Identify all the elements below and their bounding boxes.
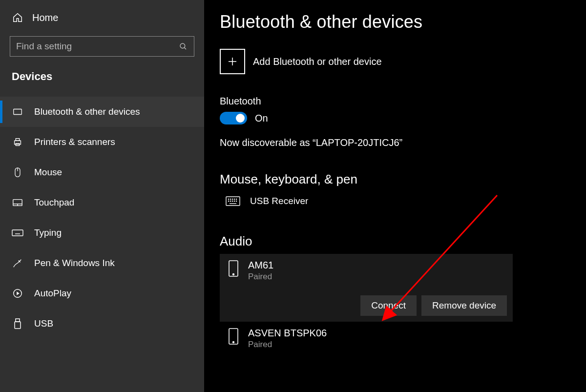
sidebar-section-title: Devices xyxy=(0,57,204,88)
svg-rect-24 xyxy=(15,322,21,329)
svg-point-34 xyxy=(230,201,230,201)
phone-device-icon xyxy=(228,328,239,345)
discoverable-text: Now discoverable as “LAPTOP-20JTICJ6” xyxy=(220,137,586,148)
svg-point-36 xyxy=(234,201,234,201)
sidebar-item-touchpad[interactable]: Touchpad xyxy=(0,187,204,218)
svg-rect-23 xyxy=(16,319,20,322)
add-device-button[interactable]: Add Bluetooth or other device xyxy=(220,49,586,74)
page-title: Bluetooth & other devices xyxy=(220,12,586,32)
svg-point-40 xyxy=(233,274,234,275)
keyboard-device-icon xyxy=(225,196,241,206)
svg-point-30 xyxy=(232,199,232,199)
sidebar-item-mouse[interactable]: Mouse xyxy=(0,157,204,187)
svg-rect-15 xyxy=(12,230,23,236)
svg-point-32 xyxy=(236,199,236,199)
audio-device-asven[interactable]: ASVEN BTSPK06 Paired xyxy=(220,322,513,355)
sidebar-item-label: AutoPlay xyxy=(34,288,71,299)
svg-point-29 xyxy=(230,199,230,199)
svg-point-33 xyxy=(228,201,229,201)
category-mouse-heading: Mouse, keyboard, & pen xyxy=(220,172,586,187)
nav-home-label: Home xyxy=(32,12,58,23)
sidebar-item-label: Mouse xyxy=(34,167,62,178)
nav-home[interactable]: Home xyxy=(0,6,204,29)
audio-device-status: Paired xyxy=(248,272,273,282)
sidebar-item-label: Bluetooth & other devices xyxy=(34,106,140,117)
sidebar-item-label: Typing xyxy=(34,227,62,238)
bluetooth-toggle-state: On xyxy=(255,113,268,124)
autoplay-icon xyxy=(12,288,23,299)
printer-icon xyxy=(12,137,23,147)
svg-point-35 xyxy=(232,201,232,201)
sidebar-item-bluetooth[interactable]: Bluetooth & other devices xyxy=(0,97,204,127)
sidebar-item-typing[interactable]: Typing xyxy=(0,218,204,248)
toggle-knob xyxy=(236,114,245,123)
device-usb-receiver[interactable]: USB Receiver xyxy=(220,192,586,210)
sidebar-item-printers[interactable]: Printers & scanners xyxy=(0,127,204,157)
search-input[interactable] xyxy=(10,36,194,57)
home-icon xyxy=(12,12,23,23)
bluetooth-toggle[interactable] xyxy=(220,112,247,124)
svg-marker-22 xyxy=(17,291,20,295)
audio-device-status: Paired xyxy=(248,340,327,350)
sidebar-item-usb[interactable]: USB xyxy=(0,309,204,339)
device-label: USB Receiver xyxy=(250,196,308,206)
sidebar-item-autoplay[interactable]: AutoPlay xyxy=(0,278,204,309)
phone-device-icon xyxy=(228,260,239,277)
remove-device-button[interactable]: Remove device xyxy=(421,295,507,316)
svg-point-31 xyxy=(234,199,234,199)
svg-point-28 xyxy=(228,199,229,199)
search-container xyxy=(10,36,194,57)
sidebar-item-label: USB xyxy=(34,318,53,329)
connect-button[interactable]: Connect xyxy=(360,295,417,316)
main-content: Bluetooth & other devices Add Bluetooth … xyxy=(204,0,586,392)
sidebar-nav: Bluetooth & other devices Printers & sca… xyxy=(0,97,204,339)
plus-icon xyxy=(220,49,245,74)
svg-point-42 xyxy=(233,342,234,343)
sidebar-item-label: Printers & scanners xyxy=(34,137,115,147)
audio-device-am61[interactable]: AM61 Paired Connect Remove device xyxy=(220,254,513,322)
svg-rect-7 xyxy=(15,141,21,144)
svg-rect-2 xyxy=(14,109,22,115)
mouse-icon xyxy=(12,167,23,178)
pen-icon xyxy=(12,258,23,268)
add-device-label: Add Bluetooth or other device xyxy=(253,56,382,67)
touchpad-icon xyxy=(12,198,23,207)
sidebar-item-label: Pen & Windows Ink xyxy=(34,258,115,268)
usb-icon xyxy=(12,318,23,330)
sidebar-item-label: Touchpad xyxy=(34,197,74,208)
audio-device-name: AM61 xyxy=(248,260,273,271)
audio-device-name: ASVEN BTSPK06 xyxy=(248,328,327,339)
keyboard-icon xyxy=(12,228,23,237)
svg-rect-8 xyxy=(16,139,19,141)
bluetooth-heading: Bluetooth xyxy=(220,96,586,107)
svg-point-37 xyxy=(236,201,236,201)
audio-device-list: AM61 Paired Connect Remove device ASVEN … xyxy=(220,254,513,355)
sidebar: Home Devices Bluetooth & other devices xyxy=(0,0,204,392)
category-audio-heading: Audio xyxy=(220,234,586,249)
sidebar-item-pen[interactable]: Pen & Windows Ink xyxy=(0,248,204,278)
bluetooth-icon xyxy=(12,106,23,117)
